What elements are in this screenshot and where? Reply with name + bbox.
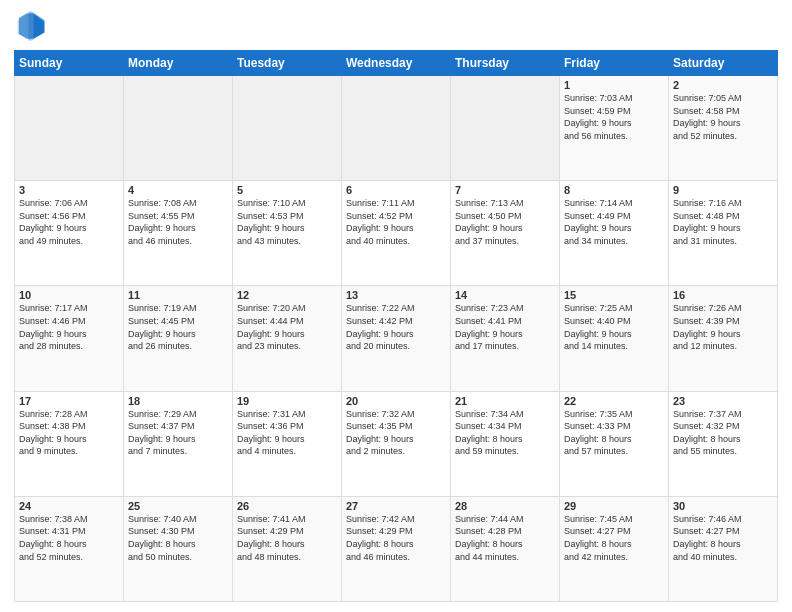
- day-info: Sunrise: 7:25 AM Sunset: 4:40 PM Dayligh…: [564, 302, 664, 352]
- day-number: 24: [19, 500, 119, 512]
- calendar-cell: 19Sunrise: 7:31 AM Sunset: 4:36 PM Dayli…: [233, 391, 342, 496]
- day-info: Sunrise: 7:38 AM Sunset: 4:31 PM Dayligh…: [19, 513, 119, 563]
- header-cell-sunday: Sunday: [15, 51, 124, 76]
- day-info: Sunrise: 7:29 AM Sunset: 4:37 PM Dayligh…: [128, 408, 228, 458]
- calendar-cell: 7Sunrise: 7:13 AM Sunset: 4:50 PM Daylig…: [451, 181, 560, 286]
- day-number: 26: [237, 500, 337, 512]
- calendar-cell: [342, 76, 451, 181]
- header-cell-monday: Monday: [124, 51, 233, 76]
- day-number: 6: [346, 184, 446, 196]
- calendar-cell: 10Sunrise: 7:17 AM Sunset: 4:46 PM Dayli…: [15, 286, 124, 391]
- day-info: Sunrise: 7:34 AM Sunset: 4:34 PM Dayligh…: [455, 408, 555, 458]
- day-number: 9: [673, 184, 773, 196]
- day-info: Sunrise: 7:14 AM Sunset: 4:49 PM Dayligh…: [564, 197, 664, 247]
- page: SundayMondayTuesdayWednesdayThursdayFrid…: [0, 0, 792, 612]
- calendar-cell: 4Sunrise: 7:08 AM Sunset: 4:55 PM Daylig…: [124, 181, 233, 286]
- day-number: 7: [455, 184, 555, 196]
- day-number: 1: [564, 79, 664, 91]
- day-info: Sunrise: 7:16 AM Sunset: 4:48 PM Dayligh…: [673, 197, 773, 247]
- calendar-cell: 12Sunrise: 7:20 AM Sunset: 4:44 PM Dayli…: [233, 286, 342, 391]
- day-info: Sunrise: 7:26 AM Sunset: 4:39 PM Dayligh…: [673, 302, 773, 352]
- calendar-cell: 21Sunrise: 7:34 AM Sunset: 4:34 PM Dayli…: [451, 391, 560, 496]
- day-info: Sunrise: 7:41 AM Sunset: 4:29 PM Dayligh…: [237, 513, 337, 563]
- logo: [14, 10, 50, 42]
- calendar-cell: [233, 76, 342, 181]
- calendar-cell: 25Sunrise: 7:40 AM Sunset: 4:30 PM Dayli…: [124, 496, 233, 601]
- calendar-cell: 5Sunrise: 7:10 AM Sunset: 4:53 PM Daylig…: [233, 181, 342, 286]
- day-info: Sunrise: 7:10 AM Sunset: 4:53 PM Dayligh…: [237, 197, 337, 247]
- day-info: Sunrise: 7:28 AM Sunset: 4:38 PM Dayligh…: [19, 408, 119, 458]
- day-number: 23: [673, 395, 773, 407]
- svg-marker-3: [19, 13, 33, 39]
- header-cell-friday: Friday: [560, 51, 669, 76]
- calendar-cell: [15, 76, 124, 181]
- day-number: 19: [237, 395, 337, 407]
- day-info: Sunrise: 7:20 AM Sunset: 4:44 PM Dayligh…: [237, 302, 337, 352]
- day-info: Sunrise: 7:22 AM Sunset: 4:42 PM Dayligh…: [346, 302, 446, 352]
- day-number: 20: [346, 395, 446, 407]
- day-number: 10: [19, 289, 119, 301]
- calendar-cell: 26Sunrise: 7:41 AM Sunset: 4:29 PM Dayli…: [233, 496, 342, 601]
- day-number: 13: [346, 289, 446, 301]
- day-number: 17: [19, 395, 119, 407]
- day-number: 4: [128, 184, 228, 196]
- calendar-cell: 9Sunrise: 7:16 AM Sunset: 4:48 PM Daylig…: [669, 181, 778, 286]
- day-number: 18: [128, 395, 228, 407]
- day-number: 27: [346, 500, 446, 512]
- day-info: Sunrise: 7:37 AM Sunset: 4:32 PM Dayligh…: [673, 408, 773, 458]
- day-number: 21: [455, 395, 555, 407]
- calendar-cell: [451, 76, 560, 181]
- calendar-cell: 1Sunrise: 7:03 AM Sunset: 4:59 PM Daylig…: [560, 76, 669, 181]
- logo-icon: [14, 10, 46, 42]
- calendar-cell: 14Sunrise: 7:23 AM Sunset: 4:41 PM Dayli…: [451, 286, 560, 391]
- day-info: Sunrise: 7:17 AM Sunset: 4:46 PM Dayligh…: [19, 302, 119, 352]
- day-info: Sunrise: 7:23 AM Sunset: 4:41 PM Dayligh…: [455, 302, 555, 352]
- header-cell-wednesday: Wednesday: [342, 51, 451, 76]
- calendar-cell: 27Sunrise: 7:42 AM Sunset: 4:29 PM Dayli…: [342, 496, 451, 601]
- day-info: Sunrise: 7:45 AM Sunset: 4:27 PM Dayligh…: [564, 513, 664, 563]
- calendar-cell: 28Sunrise: 7:44 AM Sunset: 4:28 PM Dayli…: [451, 496, 560, 601]
- day-info: Sunrise: 7:42 AM Sunset: 4:29 PM Dayligh…: [346, 513, 446, 563]
- week-row-3: 17Sunrise: 7:28 AM Sunset: 4:38 PM Dayli…: [15, 391, 778, 496]
- day-number: 16: [673, 289, 773, 301]
- calendar-cell: 30Sunrise: 7:46 AM Sunset: 4:27 PM Dayli…: [669, 496, 778, 601]
- header-cell-saturday: Saturday: [669, 51, 778, 76]
- day-info: Sunrise: 7:13 AM Sunset: 4:50 PM Dayligh…: [455, 197, 555, 247]
- day-info: Sunrise: 7:19 AM Sunset: 4:45 PM Dayligh…: [128, 302, 228, 352]
- day-number: 2: [673, 79, 773, 91]
- day-number: 29: [564, 500, 664, 512]
- day-number: 5: [237, 184, 337, 196]
- calendar-cell: 11Sunrise: 7:19 AM Sunset: 4:45 PM Dayli…: [124, 286, 233, 391]
- calendar-cell: 8Sunrise: 7:14 AM Sunset: 4:49 PM Daylig…: [560, 181, 669, 286]
- header: [14, 10, 778, 42]
- calendar-cell: 29Sunrise: 7:45 AM Sunset: 4:27 PM Dayli…: [560, 496, 669, 601]
- calendar-cell: 15Sunrise: 7:25 AM Sunset: 4:40 PM Dayli…: [560, 286, 669, 391]
- day-info: Sunrise: 7:05 AM Sunset: 4:58 PM Dayligh…: [673, 92, 773, 142]
- week-row-1: 3Sunrise: 7:06 AM Sunset: 4:56 PM Daylig…: [15, 181, 778, 286]
- calendar-cell: 23Sunrise: 7:37 AM Sunset: 4:32 PM Dayli…: [669, 391, 778, 496]
- week-row-2: 10Sunrise: 7:17 AM Sunset: 4:46 PM Dayli…: [15, 286, 778, 391]
- header-row: SundayMondayTuesdayWednesdayThursdayFrid…: [15, 51, 778, 76]
- day-number: 3: [19, 184, 119, 196]
- calendar-table: SundayMondayTuesdayWednesdayThursdayFrid…: [14, 50, 778, 602]
- header-cell-tuesday: Tuesday: [233, 51, 342, 76]
- day-info: Sunrise: 7:32 AM Sunset: 4:35 PM Dayligh…: [346, 408, 446, 458]
- calendar-cell: 13Sunrise: 7:22 AM Sunset: 4:42 PM Dayli…: [342, 286, 451, 391]
- day-info: Sunrise: 7:35 AM Sunset: 4:33 PM Dayligh…: [564, 408, 664, 458]
- day-number: 14: [455, 289, 555, 301]
- calendar-cell: 24Sunrise: 7:38 AM Sunset: 4:31 PM Dayli…: [15, 496, 124, 601]
- calendar-cell: 2Sunrise: 7:05 AM Sunset: 4:58 PM Daylig…: [669, 76, 778, 181]
- week-row-4: 24Sunrise: 7:38 AM Sunset: 4:31 PM Dayli…: [15, 496, 778, 601]
- day-number: 30: [673, 500, 773, 512]
- header-cell-thursday: Thursday: [451, 51, 560, 76]
- calendar-cell: 18Sunrise: 7:29 AM Sunset: 4:37 PM Dayli…: [124, 391, 233, 496]
- day-info: Sunrise: 7:31 AM Sunset: 4:36 PM Dayligh…: [237, 408, 337, 458]
- calendar-cell: [124, 76, 233, 181]
- calendar-cell: 16Sunrise: 7:26 AM Sunset: 4:39 PM Dayli…: [669, 286, 778, 391]
- calendar-cell: 3Sunrise: 7:06 AM Sunset: 4:56 PM Daylig…: [15, 181, 124, 286]
- calendar-cell: 17Sunrise: 7:28 AM Sunset: 4:38 PM Dayli…: [15, 391, 124, 496]
- day-info: Sunrise: 7:08 AM Sunset: 4:55 PM Dayligh…: [128, 197, 228, 247]
- calendar-cell: 6Sunrise: 7:11 AM Sunset: 4:52 PM Daylig…: [342, 181, 451, 286]
- calendar-cell: 20Sunrise: 7:32 AM Sunset: 4:35 PM Dayli…: [342, 391, 451, 496]
- day-info: Sunrise: 7:44 AM Sunset: 4:28 PM Dayligh…: [455, 513, 555, 563]
